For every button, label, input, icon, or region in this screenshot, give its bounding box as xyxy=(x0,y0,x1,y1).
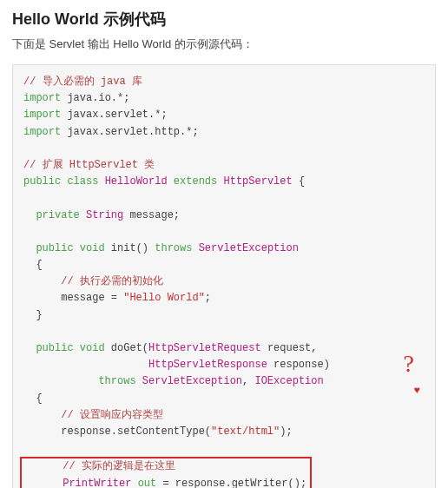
comment-contenttype: // 设置响应内容类型 xyxy=(23,409,163,421)
kw-class: class xyxy=(67,175,98,188)
highlighted-line-box: // 实际的逻辑是在这里 PrintWriter out = response.… xyxy=(20,457,312,488)
kw-public: public xyxy=(23,175,61,188)
type-string: String xyxy=(86,209,123,221)
comment-logic: // 实际的逻辑是在这里 xyxy=(25,460,175,472)
txt: , xyxy=(242,375,254,387)
kw-void: void xyxy=(80,242,105,254)
page-title: Hello World 示例代码 xyxy=(12,9,436,30)
code-content: // 导入必需的 java 库 import java.io.*; import… xyxy=(23,74,425,488)
txt: request, xyxy=(261,342,318,354)
txt: ); xyxy=(280,425,292,438)
txt: { xyxy=(23,259,43,271)
sp xyxy=(25,478,63,489)
sp xyxy=(131,478,137,489)
kw-import: import xyxy=(23,126,61,138)
comment-import: // 导入必需的 java 库 xyxy=(23,76,142,88)
kw-extends: extends xyxy=(174,175,217,188)
sp xyxy=(168,175,174,188)
txt: doGet( xyxy=(105,342,148,354)
txt: message = xyxy=(23,292,123,304)
txt: } xyxy=(23,309,43,321)
type-printwriter: PrintWriter xyxy=(63,478,131,489)
kw-import: import xyxy=(23,92,61,104)
type-response: HttpServletResponse xyxy=(148,359,267,371)
sp xyxy=(136,375,142,387)
txt: javax.servlet.*; xyxy=(61,109,167,121)
string-hello: "Hello World" xyxy=(123,292,205,304)
sp xyxy=(23,242,36,254)
txt: ; xyxy=(205,292,211,304)
type-ioexception: IOException xyxy=(254,375,323,387)
type-request: HttpServletRequest xyxy=(148,342,261,354)
kw-import: import xyxy=(23,109,61,121)
type-httpservlet: HttpServlet xyxy=(223,175,292,188)
txt: java.io.*; xyxy=(61,92,129,104)
sp xyxy=(192,242,198,254)
var-out: out xyxy=(138,478,157,489)
code-example-block: // 导入必需的 java 库 import java.io.*; import… xyxy=(12,64,436,488)
comment-extend: // 扩展 HttpServlet 类 xyxy=(23,159,155,171)
sp xyxy=(74,242,80,254)
sp xyxy=(98,175,104,188)
page-subtitle: 下面是 Servlet 输出 Hello World 的示例源代码： xyxy=(12,36,436,52)
type-servletexception: ServletException xyxy=(199,242,299,254)
type-servletexception: ServletException xyxy=(142,375,242,387)
kw-void: void xyxy=(80,342,105,354)
kw-private: private xyxy=(36,209,79,221)
txt: response.setContentType( xyxy=(23,425,211,438)
txt: = response.getWriter(); xyxy=(156,478,306,489)
comment-init: // 执行必需的初始化 xyxy=(23,275,163,287)
sp xyxy=(23,359,148,371)
sp xyxy=(23,342,36,354)
txt: { xyxy=(23,392,43,405)
kw-throws: throws xyxy=(155,242,192,254)
type-helloworld: HelloWorld xyxy=(105,175,168,188)
txt: { xyxy=(293,175,305,188)
sp xyxy=(23,375,98,387)
sp xyxy=(74,342,80,354)
txt: javax.servlet.http.*; xyxy=(61,126,198,138)
txt: message; xyxy=(123,209,180,221)
txt: response) xyxy=(267,359,330,371)
kw-public: public xyxy=(36,342,73,354)
kw-public: public xyxy=(36,242,73,254)
txt: init() xyxy=(105,242,155,254)
sp xyxy=(80,209,86,221)
kw-throws: throws xyxy=(98,375,135,387)
string-texthtml: "text/html" xyxy=(211,425,280,438)
sp xyxy=(23,209,36,221)
